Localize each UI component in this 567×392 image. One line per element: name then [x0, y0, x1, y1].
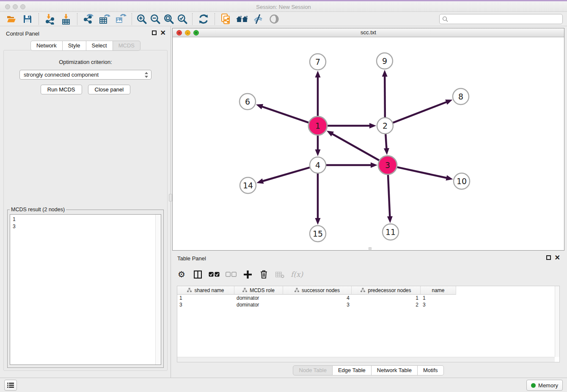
graph-node-10[interactable]: 10 — [454, 173, 470, 189]
table-cell[interactable]: 1 — [421, 295, 456, 301]
table-tab-edge-table[interactable]: Edge Table — [333, 365, 372, 375]
graph-node-1[interactable]: 1 — [308, 116, 327, 135]
clone-network-icon[interactable] — [218, 13, 234, 25]
network-resize-grip[interactable] — [369, 247, 372, 250]
tab-network[interactable]: Network — [30, 41, 63, 51]
panel-divider[interactable] — [171, 26, 171, 378]
graph-node-6[interactable]: 6 — [239, 94, 256, 110]
first-neighbors-icon[interactable] — [234, 13, 250, 25]
graph-node-7[interactable]: 7 — [310, 54, 326, 70]
table-cell[interactable]: dominator — [234, 295, 283, 301]
edge-1-6[interactable] — [261, 106, 308, 122]
graph-node-4[interactable]: 4 — [310, 157, 326, 173]
open-file-icon[interactable] — [3, 13, 19, 25]
memory-button[interactable]: Memory — [526, 380, 563, 391]
network-maximize-button[interactable]: + — [193, 30, 199, 36]
export-table-icon[interactable] — [96, 13, 113, 25]
network-canvas[interactable]: 1234678910111415 — [173, 37, 564, 250]
edge-3-11[interactable] — [388, 175, 390, 218]
table-horizontal-scrollbar[interactable] — [177, 357, 555, 362]
optimization-criterion-select[interactable]: strongly connected component — [19, 70, 151, 80]
show-column-icon[interactable] — [193, 268, 203, 280]
column-header-name[interactable]: name — [421, 286, 456, 295]
add-column-icon[interactable] — [242, 268, 253, 280]
export-image-icon[interactable] — [113, 13, 129, 25]
column-tree-icon — [187, 288, 192, 293]
app-titlebar[interactable]: Session: New Session — [0, 1, 567, 12]
function-builder-icon[interactable]: f(x) — [291, 268, 303, 280]
table-cell[interactable]: 2 — [352, 301, 421, 308]
table-row[interactable]: 3dominator323 — [177, 301, 555, 308]
column-tree-icon — [295, 288, 299, 293]
edge-2-9[interactable] — [385, 75, 385, 117]
graph-node-9[interactable]: 9 — [377, 53, 393, 69]
show-graphics-details-icon[interactable] — [266, 13, 282, 25]
graph-node-2[interactable]: 2 — [377, 118, 393, 134]
apply-layout-icon[interactable] — [195, 13, 212, 25]
close-table-panel-icon[interactable]: ✕ — [555, 255, 560, 260]
edge-2-3[interactable] — [385, 134, 386, 149]
network-window-titlebar[interactable]: × − + scc.txt — [173, 28, 564, 37]
table-vertical-scrollbar[interactable] — [555, 286, 559, 357]
close-panel-button[interactable]: Close panel — [88, 85, 131, 94]
edge-4-14[interactable] — [262, 168, 310, 182]
tab-select[interactable]: Select — [86, 41, 113, 51]
table-tab-network-table[interactable]: Network Table — [372, 365, 418, 375]
edge-2-8[interactable] — [393, 102, 448, 123]
graph-node-15[interactable]: 15 — [310, 226, 326, 242]
table-cell[interactable]: 3 — [283, 301, 352, 308]
graph-node-11[interactable]: 11 — [383, 224, 399, 240]
float-table-panel-icon[interactable] — [546, 255, 551, 260]
main-toolbar — [0, 12, 567, 26]
network-minimize-button[interactable]: − — [185, 30, 190, 36]
table-cell[interactable]: 1 — [352, 295, 421, 301]
column-header-shared-name[interactable]: shared name — [177, 286, 234, 295]
toolbar-separator — [192, 13, 193, 25]
graph-node-3[interactable]: 3 — [378, 156, 397, 174]
tab-style[interactable]: Style — [63, 41, 86, 51]
column-header-MCDS-role[interactable]: MCDS role — [234, 286, 283, 295]
svg-text:10: 10 — [457, 177, 467, 186]
network-close-button[interactable]: × — [176, 30, 182, 36]
svg-text:1: 1 — [315, 121, 320, 130]
result-scrollbar[interactable] — [155, 215, 161, 364]
table-tab-node-table[interactable]: Node Table — [293, 365, 333, 375]
float-panel-icon[interactable] — [152, 30, 157, 35]
unselect-all-columns-icon[interactable] — [226, 268, 237, 280]
column-header-predecessor-nodes[interactable]: predecessor nodes — [352, 286, 421, 295]
graph-node-14[interactable]: 14 — [240, 177, 256, 193]
edge-3-1[interactable] — [331, 133, 379, 160]
export-network-icon[interactable] — [80, 13, 96, 25]
select-all-columns-icon[interactable] — [209, 268, 220, 280]
column-header-successor-nodes[interactable]: successor nodes — [283, 286, 352, 295]
zoom-in-icon[interactable] — [135, 13, 149, 25]
delete-table-icon[interactable] — [275, 268, 285, 280]
zoom-fit-icon[interactable] — [162, 13, 176, 25]
mcds-result-textarea[interactable]: 13 — [10, 214, 161, 365]
table-cell[interactable]: dominator — [234, 301, 283, 308]
panel-divider-grip[interactable] — [169, 194, 172, 202]
table-cell[interactable]: 3 — [421, 301, 456, 308]
task-history-button[interactable] — [4, 380, 17, 391]
import-network-icon[interactable] — [42, 13, 58, 25]
close-panel-icon[interactable]: ✕ — [160, 30, 166, 35]
table-tab-motifs[interactable]: Motifs — [418, 365, 444, 375]
table-row[interactable]: 1dominator411 — [177, 295, 555, 301]
tab-mcds[interactable]: MCDS — [113, 41, 140, 51]
edge-3-10[interactable] — [397, 167, 447, 178]
graph-node-8[interactable]: 8 — [453, 88, 469, 105]
zoom-selected-icon[interactable] — [176, 13, 189, 25]
save-session-icon[interactable] — [19, 13, 36, 25]
run-mcds-button[interactable]: Run MCDS — [41, 85, 82, 94]
table-cell[interactable]: 4 — [283, 295, 352, 301]
delete-column-icon[interactable] — [259, 268, 269, 280]
table-settings-gear-icon[interactable]: ⚙ — [176, 268, 187, 280]
search-input[interactable] — [448, 16, 560, 22]
import-table-icon[interactable] — [58, 13, 74, 25]
zoom-out-icon[interactable] — [149, 13, 162, 25]
table-cell[interactable]: 1 — [177, 295, 234, 301]
hide-graphics-details-icon[interactable] — [250, 13, 266, 25]
table-cell[interactable]: 3 — [177, 301, 234, 308]
toolbar-search[interactable] — [439, 14, 563, 24]
result-line: 1 — [13, 216, 155, 223]
